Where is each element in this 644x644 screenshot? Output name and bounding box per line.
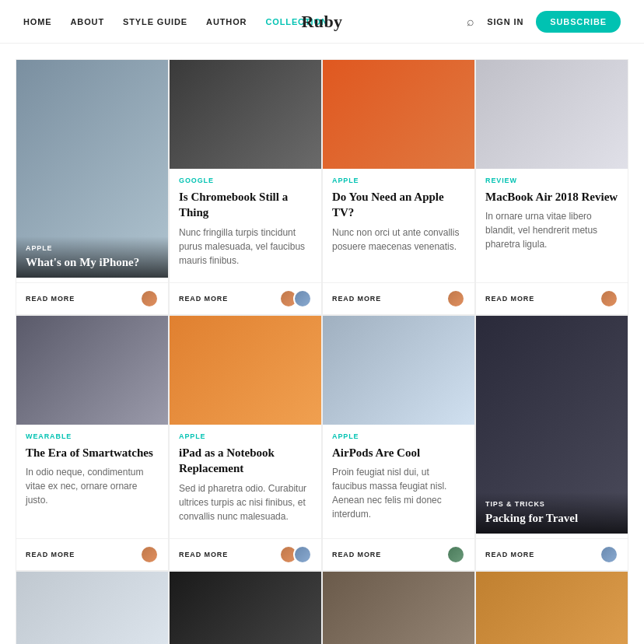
- card-excerpt-3: Nunc non orci ut ante convallis posuere …: [332, 226, 465, 274]
- card-excerpt-2: Nunc fringilla turpis tincidunt purus ma…: [179, 226, 312, 274]
- avatar: [140, 289, 159, 308]
- card-excerpt-7: Proin feugiat nisl dui, ut faucibus mass…: [332, 465, 465, 529]
- search-icon[interactable]: ⌕: [467, 15, 474, 29]
- nav-links: HOME ABOUT STYLE GUIDE AUTHOR COLLECTION: [23, 17, 328, 26]
- read-more-2[interactable]: READ MORE: [179, 295, 228, 303]
- card-image-11: [323, 572, 474, 644]
- nav-home[interactable]: HOME: [23, 17, 52, 26]
- read-more-3[interactable]: READ MORE: [332, 295, 381, 303]
- card-6: APPLEiPad as a Notebook ReplacementSed i…: [169, 315, 322, 571]
- card-image-6: [170, 316, 321, 425]
- nav-actions: ⌕ SIGN IN SUBSCRIBE: [467, 11, 621, 33]
- card-category-4: REVIEW: [485, 177, 618, 184]
- subscribe-button[interactable]: SUBSCRIBE: [536, 11, 621, 33]
- card-title-2: Is Chromebook Still a Thing: [179, 189, 312, 221]
- card-category-2: GOOGLE: [179, 177, 312, 184]
- card-image-3: [323, 60, 474, 169]
- avatar: [293, 289, 312, 308]
- card-excerpt-5: In odio neque, condimentum vitae ex nec,…: [26, 465, 159, 529]
- card-category-1: APPLE: [26, 244, 159, 252]
- avatar: [446, 289, 465, 308]
- card-7: APPLEAirPods Are CoolProin feugiat nisl …: [322, 315, 475, 571]
- sign-in-link[interactable]: SIGN IN: [487, 17, 523, 26]
- card-5: WEARABLEThe Era of SmartwatchesIn odio n…: [16, 315, 169, 571]
- card-image-10: [170, 572, 321, 644]
- avatar: [446, 545, 465, 564]
- site-logo: Ruby: [301, 12, 342, 32]
- card-category-5: WEARABLE: [26, 432, 159, 440]
- card-image-1: APPLEWhat's on My iPhone?: [16, 60, 168, 278]
- avatar: [293, 545, 312, 564]
- read-more-1[interactable]: READ MORE: [26, 295, 75, 303]
- card-image-2: [170, 60, 321, 169]
- card-image-7: [323, 316, 474, 425]
- card-8: TIPS & TRICKSPacking for TravelREAD MORE: [475, 315, 628, 571]
- read-more-7[interactable]: READ MORE: [332, 551, 381, 558]
- card-1: APPLEWhat's on My iPhone?READ MORE: [16, 59, 169, 315]
- read-more-5[interactable]: READ MORE: [26, 551, 75, 558]
- card-excerpt-6: Sed id pharetra odio. Curabitur ultrices…: [179, 481, 312, 530]
- card-11: WEARABLEBands for Your Apple WatchDonec …: [322, 571, 475, 644]
- card-category-8: TIPS & TRICKS: [485, 500, 618, 508]
- read-more-4[interactable]: READ MORE: [485, 295, 534, 303]
- card-title-1: What's on My iPhone?: [26, 255, 159, 271]
- read-more-8[interactable]: READ MORE: [485, 551, 534, 558]
- card-title-4: MacBook Air 2018 Review: [485, 189, 618, 205]
- card-category-3: APPLE: [332, 177, 465, 184]
- card-title-7: AirPods Are Cool: [332, 445, 465, 460]
- card-title-5: The Era of Smartwatches: [26, 445, 159, 460]
- nav-about[interactable]: ABOUT: [71, 17, 105, 26]
- card-image-4: [476, 60, 628, 169]
- card-4: REVIEWMacBook Air 2018 ReviewIn ornare u…: [475, 59, 628, 315]
- card-image-5: [16, 316, 168, 425]
- nav-style-guide[interactable]: STYLE GUIDE: [123, 17, 187, 26]
- avatar: [600, 289, 618, 308]
- navbar: HOME ABOUT STYLE GUIDE AUTHOR COLLECTION…: [0, 0, 644, 44]
- card-excerpt-4: In ornare urna vitae libero blandit, vel…: [485, 209, 618, 273]
- card-category-6: APPLE: [179, 432, 312, 440]
- card-12: GOOGLEPixel for PhotographyEtiam tempus …: [475, 571, 628, 644]
- card-2: GOOGLEIs Chromebook Still a ThingNunc fr…: [169, 59, 322, 315]
- card-image-8: TIPS & TRICKSPacking for Travel: [476, 316, 628, 534]
- card-title-3: Do You Need an Apple TV?: [332, 189, 465, 221]
- read-more-6[interactable]: READ MORE: [179, 551, 228, 558]
- card-title-6: iPad as a Notebook Replacement: [179, 445, 312, 477]
- card-10: TIPS & TRICKSBest Productivity AppsVesti…: [169, 571, 322, 644]
- nav-author[interactable]: AUTHOR: [206, 17, 247, 26]
- card-3: APPLEDo You Need an Apple TV?Nunc non or…: [322, 59, 475, 315]
- card-image-9: [16, 572, 168, 644]
- card-9: GOOGLEReviewing the Home MiniNisi et con…: [16, 571, 169, 644]
- articles-grid: APPLEWhat's on My iPhone?READ MOREGOOGLE…: [0, 44, 644, 644]
- card-title-8: Packing for Travel: [485, 511, 618, 527]
- card-image-12: [476, 572, 628, 644]
- avatar: [600, 545, 618, 564]
- avatar: [140, 545, 159, 564]
- card-category-7: APPLE: [332, 432, 465, 440]
